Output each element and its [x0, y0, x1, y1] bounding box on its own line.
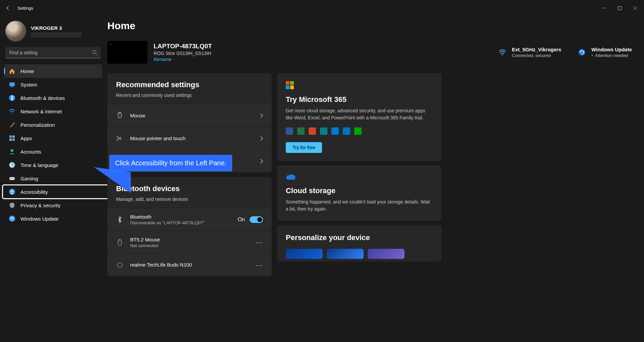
home-icon: [9, 68, 15, 74]
bluetooth-device-row[interactable]: realme TechLife Buds N100⋯: [107, 253, 272, 276]
sidebar-item-label: Accessibility: [20, 189, 48, 195]
device-summary-row: ▬▬ LAPTOP-4873LQ0T ROG Strix G513IH_G513…: [107, 41, 636, 64]
instruction-callout: Click Accessibility from the Left Pane.: [109, 155, 232, 171]
close-icon: [633, 6, 637, 10]
bluetooth-device-row[interactable]: BT5.2 MouseNot connected⋯: [107, 231, 272, 253]
microsoft-logo-icon: [286, 81, 433, 89]
update-icon: [577, 48, 587, 57]
svg-line-3: [96, 54, 97, 55]
gamepad-icon: [9, 175, 15, 182]
sidebar-item-wifi[interactable]: Network & internet: [4, 105, 102, 118]
bluetooth-icon: [116, 216, 123, 223]
svg-point-26: [121, 139, 122, 140]
page-title: Home: [107, 20, 636, 32]
svg-rect-4: [9, 82, 15, 86]
main-content: Home ▬▬ LAPTOP-4873LQ0T ROG Strix G513IH…: [107, 16, 644, 342]
cloud-body: Something happened, and we couldn't load…: [286, 198, 433, 213]
row-icon: [116, 135, 123, 141]
sidebar-item-label: Windows Update: [20, 216, 58, 222]
bluetooth-title: Bluetooth devices: [116, 184, 263, 193]
bluetooth-state: On: [238, 217, 245, 223]
sidebar-item-label: Network & internet: [20, 109, 62, 114]
sidebar-item-shield[interactable]: Privacy & security: [4, 198, 102, 212]
app-icon: [354, 127, 362, 135]
more-icon[interactable]: ⋯: [256, 238, 263, 246]
device-name: LAPTOP-4873LQ0T: [154, 43, 212, 50]
theme-thumbnail[interactable]: [327, 249, 364, 259]
search-icon: [92, 50, 97, 55]
close-button[interactable]: [627, 1, 643, 15]
update-status[interactable]: Windows Update Attention needed: [577, 47, 632, 58]
sidebar-item-person[interactable]: Accounts: [4, 145, 102, 158]
sidebar-item-apps[interactable]: Apps: [4, 131, 102, 145]
chevron-right-icon: [260, 159, 263, 164]
sidebar-item-gamepad[interactable]: Gaming: [4, 172, 102, 185]
sidebar-item-brush[interactable]: Personalization: [4, 118, 102, 131]
theme-thumbnail[interactable]: [368, 249, 405, 259]
bluetooth-discoverable: Discoverable as "LAPTOP-4873LQ0T": [130, 220, 205, 225]
search-field[interactable]: [5, 47, 101, 58]
svg-rect-9: [9, 135, 12, 138]
svg-point-8: [13, 122, 15, 124]
sidebar-item-system[interactable]: System: [4, 78, 102, 91]
back-button[interactable]: [1, 1, 15, 15]
bluetooth-sub: Manage, add, and remove devices: [116, 196, 263, 202]
rename-link[interactable]: Rename: [154, 57, 171, 62]
update-sub: Attention needed: [591, 53, 632, 58]
wifi-icon: [498, 48, 507, 57]
sidebar-item-clock[interactable]: Time & language: [4, 158, 102, 172]
sidebar-item-label: Gaming: [20, 176, 38, 181]
window-controls: [596, 1, 643, 15]
sidebar-item-label: System: [20, 82, 37, 88]
sidebar-item-label: Home: [20, 68, 34, 74]
svg-rect-12: [12, 138, 15, 141]
m365-title: Try Microsoft 365: [286, 95, 433, 104]
maximize-button[interactable]: [612, 1, 627, 15]
app-icon: [331, 127, 339, 135]
accessibility-icon: [9, 188, 15, 195]
try-for-free-button[interactable]: Try for free: [286, 142, 322, 153]
cloud-storage-card: Cloud storage Something happened, and we…: [277, 166, 441, 221]
svg-point-21: [9, 216, 15, 222]
bluetooth-toggle[interactable]: [250, 216, 263, 223]
row-label: Mouse pointer and touch: [130, 135, 185, 141]
search-input[interactable]: [5, 47, 101, 58]
sidebar-item-bluetooth[interactable]: Bluetooth & devices: [4, 91, 102, 105]
device-icon: [116, 239, 123, 246]
window-title: Settings: [17, 6, 33, 11]
update-icon: [9, 215, 15, 222]
theme-thumbnail[interactable]: [286, 249, 323, 259]
device-label: realme TechLife Buds N100: [130, 262, 192, 268]
chevron-right-icon: [260, 136, 263, 141]
cloud-title: Cloud storage: [286, 186, 433, 195]
svg-rect-10: [12, 135, 15, 138]
apps-icon: [9, 135, 15, 141]
more-icon[interactable]: ⋯: [256, 261, 263, 269]
recommended-sub: Recent and commonly used settings: [116, 93, 263, 98]
personalize-title: Personalize your device: [286, 233, 433, 242]
sidebar-item-label: Apps: [20, 135, 32, 141]
sidebar-item-home[interactable]: Home: [4, 64, 102, 78]
recommended-row[interactable]: Mouse: [107, 104, 272, 127]
app-icon: [297, 127, 305, 135]
svg-point-7: [12, 113, 13, 114]
user-block[interactable]: VIKROGER 3: [0, 19, 106, 47]
recommended-row[interactable]: Mouse pointer and touch: [107, 127, 272, 150]
cloud-icon: [286, 174, 433, 180]
wifi-status[interactable]: Ext_5GHz_Vikrogers Connected, secured: [498, 47, 561, 58]
bluetooth-toggle-row[interactable]: Bluetooth Discoverable as "LAPTOP-4873LQ…: [107, 208, 272, 231]
chevron-right-icon: [260, 113, 263, 118]
svg-point-2: [93, 51, 96, 54]
wifi-sub: Connected, secured: [512, 53, 561, 58]
app-icon: [320, 127, 327, 135]
svg-point-22: [502, 55, 503, 56]
minimize-button[interactable]: [596, 1, 612, 15]
svg-point-20: [12, 190, 13, 191]
maximize-icon: [618, 6, 622, 10]
bluetooth-devices-card: Bluetooth devices Manage, add, and remov…: [107, 177, 272, 276]
sidebar-item-update[interactable]: Windows Update: [4, 212, 102, 225]
recommended-title: Recommended settings: [116, 80, 263, 89]
svg-point-29: [117, 263, 122, 268]
user-email-redacted: [31, 32, 81, 38]
arrow-left-icon: [5, 5, 11, 11]
